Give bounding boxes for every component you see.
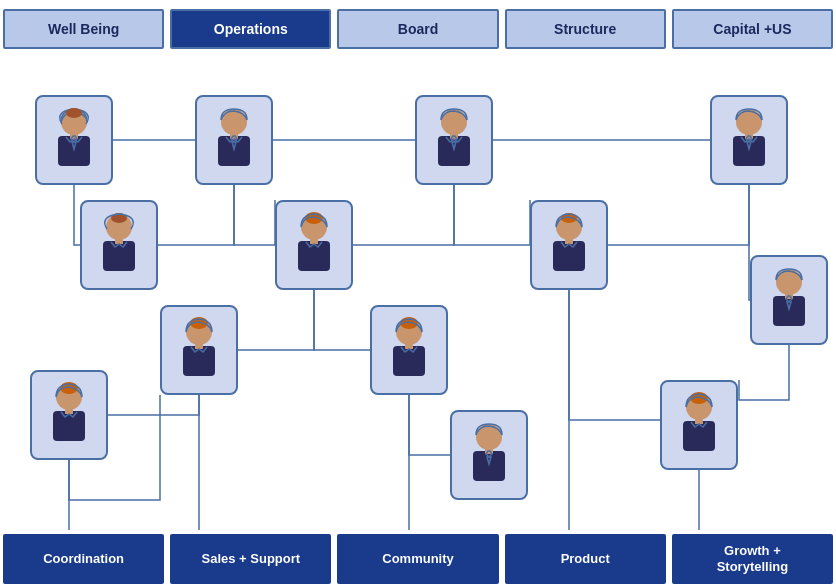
svg-rect-31 <box>553 241 585 271</box>
svg-rect-23 <box>103 241 135 271</box>
svg-point-33 <box>776 269 802 295</box>
person-card-p10 <box>370 305 448 395</box>
top-tabs: Well Being Operations Board Structure Ca… <box>0 0 836 57</box>
svg-rect-46 <box>53 411 85 441</box>
svg-point-12 <box>221 109 247 135</box>
person-card-p2 <box>195 95 273 185</box>
svg-point-15 <box>441 109 467 135</box>
person-card-p9 <box>160 305 238 395</box>
person-card-p8 <box>750 255 828 345</box>
svg-point-9 <box>66 108 82 118</box>
person-card-p6 <box>275 200 353 290</box>
person-card-p7 <box>530 200 608 290</box>
tab-operations[interactable]: Operations <box>170 9 331 49</box>
btab-community[interactable]: Community <box>337 534 498 584</box>
svg-point-18 <box>736 109 762 135</box>
person-card-p3 <box>415 95 493 185</box>
tab-structure[interactable]: Structure <box>505 9 666 49</box>
person-card-p5 <box>80 200 158 290</box>
tab-capitalus[interactable]: Capital +US <box>672 9 833 49</box>
svg-rect-42 <box>393 346 425 376</box>
person-card-p11 <box>30 370 108 460</box>
svg-point-48 <box>476 424 502 450</box>
svg-rect-53 <box>683 421 715 451</box>
bottom-tabs: Coordination Sales + Support Community P… <box>0 530 836 587</box>
connector-lines <box>0 0 836 587</box>
btab-salessupport[interactable]: Sales + Support <box>170 534 331 584</box>
person-card-p13 <box>660 380 738 470</box>
svg-rect-38 <box>183 346 215 376</box>
btab-growthstorytelling[interactable]: Growth + Storytelling <box>672 534 833 584</box>
btab-product[interactable]: Product <box>505 534 666 584</box>
org-chart: Well Being Operations Board Structure Ca… <box>0 0 836 587</box>
person-card-p1 <box>35 95 113 185</box>
svg-rect-27 <box>298 241 330 271</box>
tab-board[interactable]: Board <box>337 9 498 49</box>
btab-coordination[interactable]: Coordination <box>3 534 164 584</box>
person-card-p12 <box>450 410 528 500</box>
person-card-p4 <box>710 95 788 185</box>
tab-wellbeing[interactable]: Well Being <box>3 9 164 49</box>
